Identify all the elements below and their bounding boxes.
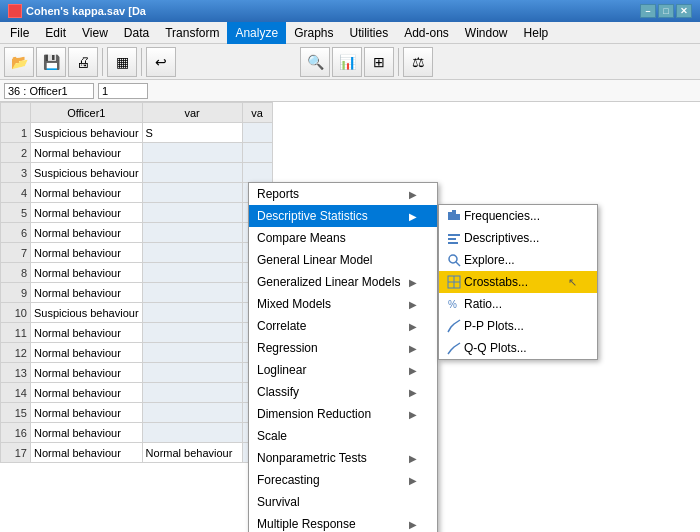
cell-data[interactable]: S xyxy=(142,123,242,143)
menu-analyze[interactable]: Analyze xyxy=(227,22,286,44)
cell-value[interactable] xyxy=(98,83,148,99)
undo-button[interactable]: ↩ xyxy=(146,47,176,77)
cell-empty[interactable] xyxy=(142,203,242,223)
menu-mixed-models[interactable]: Mixed Models ▶ xyxy=(249,293,437,315)
cell-empty[interactable] xyxy=(142,423,242,443)
cell-data[interactable]: Normal behaviour xyxy=(31,403,143,423)
cell-empty[interactable] xyxy=(142,163,242,183)
table-button[interactable]: ⊞ xyxy=(364,47,394,77)
arrow-icon: ▶ xyxy=(409,519,417,530)
cell-empty[interactable] xyxy=(142,323,242,343)
menu-dimension-reduction[interactable]: Dimension Reduction ▶ xyxy=(249,403,437,425)
menu-pp-plots[interactable]: P-P Plots... xyxy=(439,315,597,337)
cell-data[interactable]: Normal behaviour xyxy=(31,203,143,223)
menu-qq-plots[interactable]: Q-Q Plots... xyxy=(439,337,597,359)
menu-reports[interactable]: Reports ▶ xyxy=(249,183,437,205)
cell-empty[interactable] xyxy=(242,143,272,163)
table-row: 5 Normal behaviour xyxy=(1,203,273,223)
cell-empty[interactable] xyxy=(142,263,242,283)
row-number: 16 xyxy=(1,423,31,443)
menu-descriptive-stats[interactable]: Descriptive Statistics ▶ xyxy=(249,205,437,227)
menu-loglinear[interactable]: Loglinear ▶ xyxy=(249,359,437,381)
chart-button[interactable]: 📊 xyxy=(332,47,362,77)
menu-compare-means[interactable]: Compare Means xyxy=(249,227,437,249)
cell-data[interactable]: Suspicious behaviour xyxy=(31,163,143,183)
cell-empty[interactable] xyxy=(142,283,242,303)
cell-data[interactable]: Normal behaviour xyxy=(31,183,143,203)
cell-empty[interactable] xyxy=(142,343,242,363)
qq-icon xyxy=(447,341,461,355)
col-var2-header[interactable]: va xyxy=(242,103,272,123)
menu-generalized-linear[interactable]: Generalized Linear Models ▶ xyxy=(249,271,437,293)
scale-button[interactable]: ⚖ xyxy=(403,47,433,77)
cell-empty[interactable] xyxy=(242,163,272,183)
menu-forecasting[interactable]: Forecasting ▶ xyxy=(249,469,437,491)
menu-graphs[interactable]: Graphs xyxy=(286,22,341,44)
cell-empty[interactable] xyxy=(142,363,242,383)
cell-empty[interactable] xyxy=(142,383,242,403)
menu-explore[interactable]: Explore... xyxy=(439,249,597,271)
menu-scale[interactable]: Scale xyxy=(249,425,437,447)
menu-multiple-response[interactable]: Multiple Response ▶ xyxy=(249,513,437,532)
close-button[interactable]: ✕ xyxy=(676,4,692,18)
cell-empty[interactable] xyxy=(142,403,242,423)
menu-frequencies[interactable]: Frequencies... xyxy=(439,205,597,227)
save-button[interactable]: 💾 xyxy=(36,47,66,77)
menu-addons[interactable]: Add-ons xyxy=(396,22,457,44)
cell-data[interactable]: Suspicious behaviour xyxy=(31,123,143,143)
descriptives-icon xyxy=(447,231,461,245)
cell-empty[interactable] xyxy=(142,303,242,323)
cell-empty[interactable] xyxy=(142,183,242,203)
cell-data[interactable]: Normal behaviour xyxy=(31,443,143,463)
row-number: 5 xyxy=(1,203,31,223)
maximize-button[interactable]: □ xyxy=(658,4,674,18)
compare-means-label: Compare Means xyxy=(257,231,346,245)
table-row: 11 Normal behaviour xyxy=(1,323,273,343)
menu-crosstabs[interactable]: Crosstabs... ↖ xyxy=(439,271,597,293)
cell-reference[interactable] xyxy=(4,83,94,99)
cell-data[interactable]: Normal behaviour xyxy=(31,243,143,263)
menu-edit[interactable]: Edit xyxy=(37,22,74,44)
cell-data[interactable]: Suspicious behaviour xyxy=(31,303,143,323)
menu-view[interactable]: View xyxy=(74,22,116,44)
cell-data[interactable]: Normal behaviour xyxy=(31,223,143,243)
menu-survival[interactable]: Survival xyxy=(249,491,437,513)
table-row: 6 Normal behaviour xyxy=(1,223,273,243)
cell-empty[interactable] xyxy=(142,243,242,263)
menu-utilities[interactable]: Utilities xyxy=(341,22,396,44)
menu-data[interactable]: Data xyxy=(116,22,157,44)
cell-data[interactable]: Normal behaviour xyxy=(31,143,143,163)
cell-data[interactable]: Normal behaviour xyxy=(31,363,143,383)
cell-empty[interactable] xyxy=(142,223,242,243)
arrow-icon: ▶ xyxy=(409,299,417,310)
cell-empty[interactable] xyxy=(242,123,272,143)
menu-classify[interactable]: Classify ▶ xyxy=(249,381,437,403)
minimize-button[interactable]: – xyxy=(640,4,656,18)
cell-data[interactable]: Normal behaviour xyxy=(31,323,143,343)
find-button[interactable]: 🔍 xyxy=(300,47,330,77)
menu-window[interactable]: Window xyxy=(457,22,516,44)
menu-transform[interactable]: Transform xyxy=(157,22,227,44)
menu-general-linear[interactable]: General Linear Model xyxy=(249,249,437,271)
print-button[interactable]: 🖨 xyxy=(68,47,98,77)
cell-data[interactable]: Normal behaviour xyxy=(31,283,143,303)
menu-nonparametric[interactable]: Nonparametric Tests ▶ xyxy=(249,447,437,469)
cell-data[interactable]: Normal behaviour xyxy=(31,263,143,283)
open-button[interactable]: 📂 xyxy=(4,47,34,77)
cell-empty[interactable] xyxy=(142,143,242,163)
menu-ratio[interactable]: % Ratio... xyxy=(439,293,597,315)
col-var1-header[interactable]: var xyxy=(142,103,242,123)
menu-correlate[interactable]: Correlate ▶ xyxy=(249,315,437,337)
cell-data[interactable]: Normal behaviour xyxy=(31,383,143,403)
cell-data[interactable]: Normal behaviour xyxy=(31,343,143,363)
row-number: 9 xyxy=(1,283,31,303)
dialog-button[interactable]: ▦ xyxy=(107,47,137,77)
menu-help[interactable]: Help xyxy=(516,22,557,44)
descriptive-submenu: Frequencies... Descriptives... Explore..… xyxy=(438,204,598,360)
col-officer1-header[interactable]: Officer1 xyxy=(31,103,143,123)
menu-descriptives[interactable]: Descriptives... xyxy=(439,227,597,249)
cell-data[interactable]: Normal behaviour xyxy=(31,423,143,443)
cell-data[interactable]: Normal behaviour xyxy=(142,443,242,463)
menu-file[interactable]: File xyxy=(2,22,37,44)
menu-regression[interactable]: Regression ▶ xyxy=(249,337,437,359)
